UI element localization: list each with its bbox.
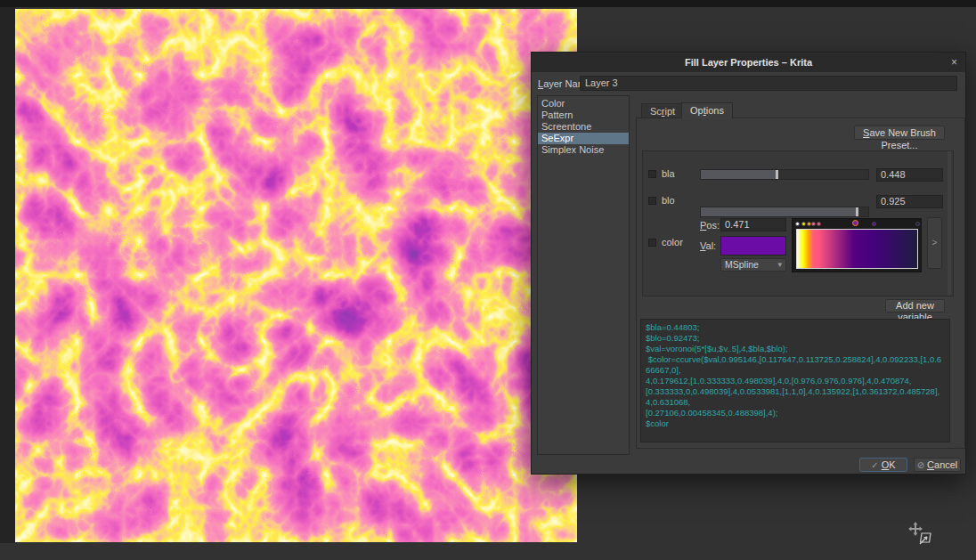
bla-slider-handle[interactable] xyxy=(776,170,778,179)
canvas-seexpr-preview[interactable] xyxy=(15,9,577,542)
voronoi-noise-image xyxy=(15,9,577,542)
add-new-variable-button[interactable]: Add new variable xyxy=(885,299,945,312)
tab-script[interactable]: Script xyxy=(641,103,684,118)
list-item-screentone[interactable]: Screentone xyxy=(538,121,629,133)
checkmark-icon: ✓ xyxy=(871,460,878,470)
save-new-brush-preset-button[interactable]: Save New Brush Preset... xyxy=(854,126,945,140)
color-label: color xyxy=(662,237,683,248)
list-item-simplex-noise[interactable]: Simplex Noise xyxy=(538,144,629,156)
variables-scrollbar[interactable] xyxy=(948,151,951,296)
blo-checkbox[interactable] xyxy=(648,197,656,205)
cancel-label: Cancel xyxy=(927,459,957,470)
window-top-strip xyxy=(0,0,976,7)
bla-label: bla xyxy=(662,168,675,179)
blo-slider-fill xyxy=(701,207,856,216)
color-value-swatch[interactable] xyxy=(720,236,786,256)
blo-label: blo xyxy=(662,195,675,206)
tab-options[interactable]: Options xyxy=(681,102,733,118)
gradient-stop-marker[interactable] xyxy=(801,222,806,226)
generator-list: Color Pattern Screentone SeExpr Simplex … xyxy=(537,95,630,455)
move-cursor-icon xyxy=(908,522,937,550)
chevron-down-icon: ▾ xyxy=(777,259,782,271)
list-item-color[interactable]: Color xyxy=(538,98,629,110)
cancel-button[interactable]: ⊘Cancel xyxy=(914,458,961,472)
val-label: Val: xyxy=(700,240,716,251)
canvas-left-margin xyxy=(0,7,15,543)
ok-label: OK xyxy=(882,459,896,470)
close-icon[interactable]: × xyxy=(951,53,957,72)
dialog-title: Fill Layer Properties – Krita xyxy=(532,53,965,72)
gradient-stop-marker[interactable] xyxy=(872,222,876,226)
gradient-editor[interactable] xyxy=(792,218,922,272)
blo-value-field[interactable]: 0.925 xyxy=(876,195,943,208)
ok-button[interactable]: ✓OK xyxy=(859,458,907,472)
gradient-next-button[interactable]: > xyxy=(927,217,942,269)
seexpr-script-preview[interactable]: $bla=0.44803; $blo=0.92473; $val=voronoi… xyxy=(640,319,950,442)
pos-value-field[interactable]: 0.471 xyxy=(720,218,786,231)
bla-slider-fill xyxy=(701,170,776,179)
pos-label: Pos: xyxy=(700,220,720,231)
color-checkbox[interactable] xyxy=(648,239,656,247)
dialog-titlebar[interactable]: Fill Layer Properties – Krita × xyxy=(532,53,965,72)
interpolation-dropdown[interactable]: MSpline ▾ xyxy=(720,258,786,272)
bla-slider[interactable] xyxy=(700,169,869,180)
layer-name-input[interactable]: Layer 3 xyxy=(580,76,957,91)
gradient-stop-marker[interactable] xyxy=(852,220,858,226)
gradient-stop-marker[interactable] xyxy=(915,222,920,226)
blo-slider-handle[interactable] xyxy=(856,207,858,216)
list-item-seexpr[interactable]: SeExpr xyxy=(538,133,629,144)
fill-layer-properties-dialog: Fill Layer Properties – Krita × Layer Na… xyxy=(531,52,966,475)
blo-slider[interactable] xyxy=(700,207,869,217)
list-item-pattern[interactable]: Pattern xyxy=(538,110,629,121)
interpolation-value: MSpline xyxy=(725,259,759,270)
cancel-circle-icon: ⊘ xyxy=(917,460,924,470)
gradient-bar[interactable] xyxy=(796,229,918,269)
gradient-stop-marker[interactable] xyxy=(795,222,800,226)
bla-checkbox[interactable] xyxy=(648,170,656,178)
gradient-stop-marker[interactable] xyxy=(817,222,821,226)
gradient-stop-marker[interactable] xyxy=(811,222,816,226)
gradient-stop-marker[interactable] xyxy=(807,222,811,226)
bla-value-field[interactable]: 0.448 xyxy=(876,168,943,182)
gradient-control-points[interactable] xyxy=(793,219,921,229)
